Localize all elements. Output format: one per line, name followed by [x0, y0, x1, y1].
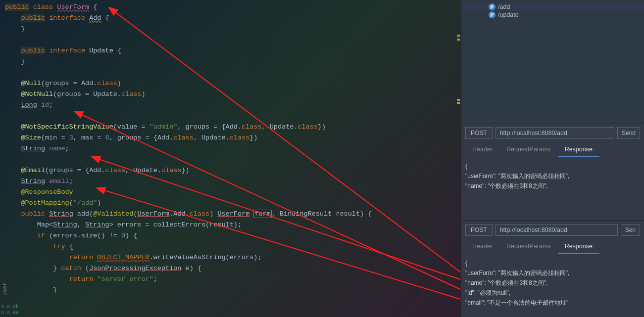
- code-line: @PostMapping("/add"): [0, 198, 461, 209]
- tab-header[interactable]: Header: [465, 240, 499, 254]
- code-line: [0, 154, 461, 165]
- code-line: @Null(groups = Add.class): [0, 78, 461, 89]
- url-input[interactable]: [495, 127, 614, 139]
- code-line: }: [0, 56, 461, 67]
- code-line: [0, 67, 461, 78]
- url-input[interactable]: [495, 224, 618, 236]
- code-line: public interface Add {: [0, 13, 461, 24]
- code-line: Map<String, String> errors = collectErro…: [0, 220, 461, 230]
- tab-response[interactable]: Response: [558, 143, 599, 157]
- tab-requestparams[interactable]: RequestParams: [499, 143, 558, 157]
- method-select[interactable]: POST: [465, 127, 493, 139]
- code-editor[interactable]: public class UserForm { public interface…: [0, 0, 461, 317]
- post-badge-icon: P: [489, 3, 495, 10]
- code-line: return OBJECT_MAPPER.writeValueAsString(…: [0, 252, 461, 263]
- code-line: String email;: [0, 176, 461, 187]
- http-client-panel-1: POST Send Header RequestParams Response …: [461, 124, 644, 221]
- code-line: Long id;: [0, 100, 461, 111]
- code-line: @NotSpecificStringValue(value = "admin",…: [0, 122, 461, 133]
- send-button[interactable]: Sen: [621, 224, 640, 236]
- code-line: @NotNull(groups = Update.class): [0, 89, 461, 100]
- code-line: [0, 111, 461, 122]
- code-line: if (errors.size() != 0) {: [0, 230, 461, 241]
- response-body[interactable]: { "userForm": "两次输入的密码必须相同", "name": "个数…: [461, 254, 644, 317]
- code-line: @Size(min = 3, max = 8, groups = {Add.cl…: [0, 133, 461, 143]
- code-line: } catch (JsonProcessingException e) {: [0, 263, 461, 274]
- code-line: @Email(groups = {Add.class, Update.class…: [0, 165, 461, 176]
- tab-response[interactable]: Response: [558, 240, 599, 254]
- code-line: @ResponseBody: [0, 187, 461, 198]
- tree-item-label: /add: [498, 3, 510, 10]
- send-button[interactable]: Send: [617, 127, 640, 139]
- code-line: return "server error";: [0, 274, 461, 285]
- status-labels: 9.8.ok n.a.Re: [0, 304, 19, 316]
- code-line: }: [0, 285, 461, 296]
- http-client-panel-2: POST Sen Header RequestParams Response {…: [461, 221, 644, 317]
- tree-item-add[interactable]: P /add: [461, 3, 644, 11]
- code-line: try {: [0, 241, 461, 252]
- tab-header[interactable]: Header: [465, 143, 499, 157]
- tree-item-update[interactable]: P /update: [461, 11, 644, 19]
- code-line: [0, 35, 461, 45]
- editor-gutter: [457, 0, 460, 317]
- tree-item-label: /update: [498, 11, 519, 18]
- method-select[interactable]: POST: [465, 224, 493, 236]
- endpoints-tree[interactable]: P /add P /update: [461, 0, 644, 124]
- tab-requestparams[interactable]: RequestParams: [499, 240, 558, 254]
- post-badge-icon: P: [489, 11, 495, 18]
- code-line: String name;: [0, 143, 461, 154]
- code-line: public String add(@Validated(UserForm.Ad…: [0, 209, 461, 220]
- code-line: }: [0, 24, 461, 35]
- right-panel: P /add P /update POST Send Header Reques…: [461, 0, 644, 317]
- side-tab-user[interactable]: User: [0, 280, 10, 297]
- code-line: public interface Update {: [0, 45, 461, 56]
- response-body[interactable]: { "userForm": "两次输入的密码必须相同", "name": "个数…: [461, 157, 644, 221]
- code-line: public class UserForm {: [0, 2, 461, 13]
